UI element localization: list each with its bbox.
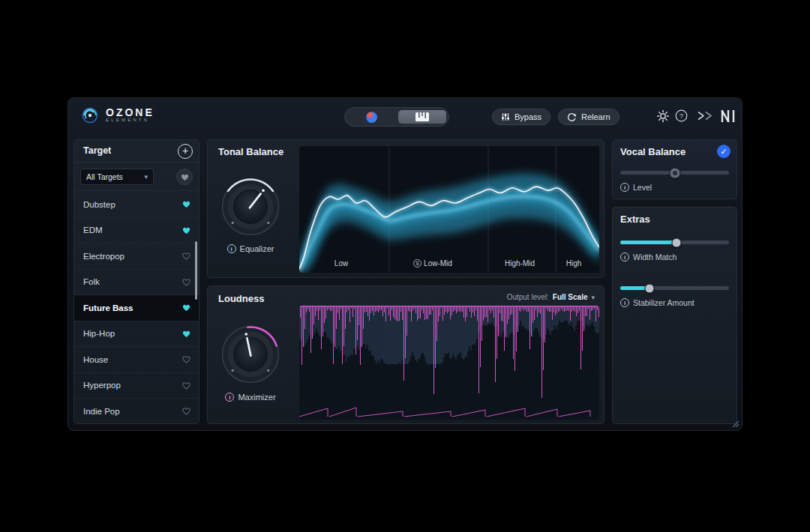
tonal-balance-title: Tonal Balance [218, 146, 284, 157]
vocal-level-label-row: i Level [620, 183, 652, 192]
width-match-fill [620, 241, 676, 244]
width-match-info-icon[interactable]: i [620, 253, 629, 262]
stabilizer-label: Stabilizer Amount [633, 298, 694, 307]
output-level-label: Output level: [507, 293, 549, 301]
width-match-slider[interactable] [620, 241, 729, 244]
band-label-text: High [566, 259, 582, 267]
vocal-balance-title: Vocal Balance [620, 146, 686, 157]
vocal-balance-enabled-check[interactable]: ✓ [717, 145, 730, 158]
chevron-down-icon: ▾ [591, 294, 595, 301]
band-label-low-mid: SLow-Mid [413, 259, 452, 267]
heart-icon[interactable] [182, 277, 191, 287]
io-toggle-left[interactable] [345, 108, 398, 126]
stabilizer-slider[interactable] [620, 286, 729, 290]
brand-subname: ELEMENTS [106, 118, 154, 123]
genre-scrollbar[interactable] [195, 241, 197, 300]
heart-icon[interactable] [182, 226, 191, 235]
bypass-button[interactable]: Bypass [492, 109, 550, 125]
solo-indicator-icon: S [413, 259, 422, 267]
heart-icon[interactable] [182, 381, 191, 390]
band-label-high: High [566, 259, 582, 267]
genre-label: Hyperpop [83, 381, 121, 390]
signal-chain-icon[interactable] [697, 111, 713, 121]
vocal-balance-panel: Vocal Balance ✓ i Level [612, 139, 737, 199]
equalizer-knob[interactable] [220, 176, 281, 238]
relearn-arrow-icon [567, 112, 577, 122]
loudness-meter-display [299, 306, 599, 420]
target-dropdown[interactable]: All Targets ▾ [80, 169, 154, 185]
target-genre-future-bass[interactable]: Future Bass [74, 295, 199, 321]
equalizer-info-icon[interactable]: i [227, 244, 236, 253]
width-match-label-row: i Width Match [620, 253, 676, 262]
stabilizer-info-icon[interactable]: i [620, 298, 629, 307]
loudness-waveform [299, 306, 599, 420]
target-header: Target + [74, 140, 199, 163]
bypass-faders-icon [501, 112, 510, 121]
band-label-text: Low [334, 259, 348, 267]
target-dropdown-value: All Targets [86, 172, 123, 181]
target-filter-row: All Targets ▾ [74, 163, 199, 191]
heart-icon[interactable] [182, 329, 191, 339]
width-match-knob[interactable] [672, 238, 682, 247]
ozone-swirl-icon [80, 106, 100, 125]
settings-gear-icon[interactable] [656, 109, 670, 123]
heart-icon[interactable] [182, 406, 191, 416]
svg-text:?: ? [680, 112, 683, 120]
output-level-control[interactable]: Output level: Full Scale ▾ [507, 293, 595, 301]
genre-label: House [83, 355, 108, 364]
target-genre-dubstep[interactable]: Dubstep [74, 192, 199, 218]
maximizer-knob[interactable] [220, 324, 281, 385]
maximizer-info-icon[interactable]: i [225, 393, 234, 402]
target-genre-hip-hop[interactable]: Hip-Hop [74, 321, 199, 348]
width-match-label: Width Match [633, 253, 676, 262]
target-genre-indie-pop[interactable]: Indie Pop [74, 399, 199, 423]
equalizer-module-label[interactable]: i Equalizer [208, 244, 293, 253]
level-info-icon[interactable]: i [620, 183, 629, 192]
spectrum-curve [299, 146, 599, 273]
extras-panel: Extras i Width Match i Stabilizer Amount [612, 207, 737, 424]
heart-icon[interactable] [182, 303, 191, 312]
io-toggle-right[interactable] [398, 110, 446, 124]
genre-label: Folk [83, 277, 100, 286]
genre-label: Hip-Hop [83, 329, 115, 338]
ozone-window: OZONE ELEMENTS [68, 97, 742, 431]
tonal-balance-display: LowSLow-MidHigh-MidHigh [299, 146, 599, 273]
resize-grip[interactable] [731, 420, 740, 428]
heart-icon [180, 172, 190, 182]
io-view-toggle[interactable] [344, 107, 449, 127]
band-labels: LowSLow-MidHigh-MidHigh [299, 259, 599, 270]
meter-bars-icon [416, 112, 429, 121]
target-genre-house[interactable]: House [74, 347, 199, 373]
band-label-low: Low [334, 259, 348, 267]
genre-label: Electropop [83, 252, 124, 261]
heart-icon[interactable] [182, 199, 191, 209]
screen-background: OZONE ELEMENTS [0, 0, 810, 532]
add-target-button[interactable]: + [178, 144, 193, 159]
chevron-down-icon: ▾ [144, 173, 148, 181]
heart-icon[interactable] [182, 354, 191, 364]
sphere-icon [366, 112, 377, 123]
genre-label: EDM [83, 226, 103, 235]
maximizer-module-label[interactable]: i Maximizer [208, 393, 293, 402]
vocal-level-knob[interactable] [669, 167, 680, 178]
stabilizer-knob[interactable] [645, 283, 655, 293]
target-genre-electropop[interactable]: Electropop [74, 244, 199, 270]
favorites-filter-button[interactable] [176, 169, 193, 185]
heart-icon[interactable] [182, 251, 191, 261]
bypass-label: Bypass [514, 112, 542, 121]
help-icon[interactable]: ? [675, 109, 688, 122]
output-level-value: Full Scale [553, 293, 588, 301]
genre-label: Future Bass [83, 303, 133, 312]
genre-label: Indie Pop [83, 407, 120, 416]
vocal-level-slider[interactable] [620, 171, 729, 175]
target-genre-folk[interactable]: Folk [74, 270, 199, 296]
app-logo: OZONE ELEMENTS [80, 106, 154, 125]
target-genre-hyperpop[interactable]: Hyperpop [74, 373, 199, 399]
level-label: Level [633, 183, 652, 192]
relearn-button[interactable]: Relearn [558, 109, 620, 125]
brand-name: OZONE [106, 108, 154, 118]
genre-label: Dubstep [83, 200, 116, 209]
equalizer-label: Equalizer [240, 244, 274, 253]
genre-list: DubstepEDMElectropopFolkFuture BassHip-H… [74, 192, 199, 423]
target-genre-edm[interactable]: EDM [74, 218, 199, 244]
